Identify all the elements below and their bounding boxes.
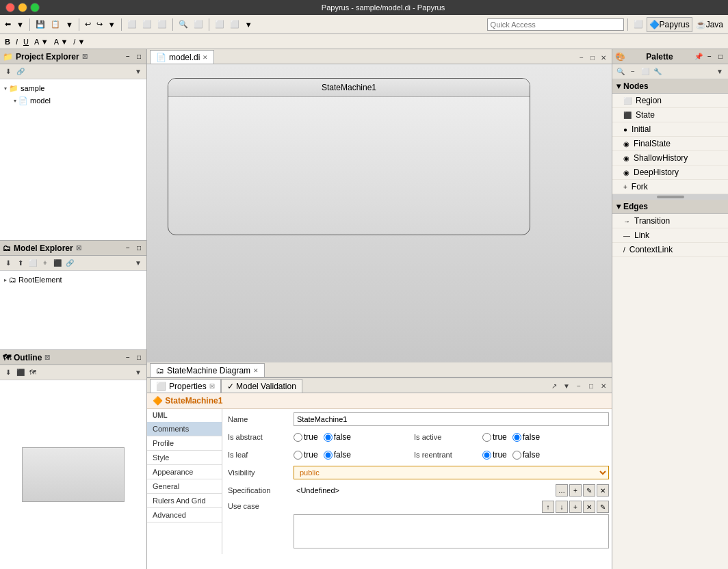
prop-sidebar-appearance[interactable]: Appearance: [147, 465, 222, 479]
palette-item-state[interactable]: ⬛ State: [612, 108, 728, 122]
usecase-btn1[interactable]: ↑: [542, 501, 554, 513]
spec-btn1[interactable]: …: [556, 484, 568, 497]
active-true-radio[interactable]: [482, 433, 491, 442]
leaf-false-radio[interactable]: [324, 451, 333, 460]
palette-minimize[interactable]: −: [705, 52, 714, 62]
quick-access-input[interactable]: [487, 18, 624, 31]
outline-maximize[interactable]: □: [134, 353, 144, 362]
palette-item-contextlink[interactable]: / ContextLink: [612, 243, 728, 257]
statemachine-diagram-tab[interactable]: 🗂 StateMachine Diagram ✕: [150, 363, 265, 377]
usecase-btn5[interactable]: ✎: [597, 501, 609, 513]
visibility-select[interactable]: public private protected package: [294, 466, 609, 479]
model-btn6[interactable]: 🔗: [64, 258, 75, 269]
tree-item-root[interactable]: ▸ 🗂 RootElement: [3, 274, 144, 286]
abstract-true-label[interactable]: true: [294, 432, 318, 442]
palette-item-initial[interactable]: ● Initial: [612, 122, 728, 137]
proj-collapse-btn[interactable]: ⬇: [3, 66, 14, 77]
toolbar-btn-8[interactable]: ⬜: [155, 17, 169, 32]
toolbar-btn-10[interactable]: ⬜: [192, 17, 205, 32]
spec-btn4[interactable]: ✕: [597, 484, 609, 497]
editor-close[interactable]: ✕: [598, 53, 609, 64]
java-tab[interactable]: ☕ Java: [694, 17, 725, 32]
spec-btn2[interactable]: +: [569, 484, 582, 497]
project-explorer-maximize[interactable]: □: [134, 52, 144, 62]
diagram-area[interactable]: StateMachine1: [147, 64, 612, 362]
outline-menu-btn[interactable]: ▼: [133, 367, 144, 378]
palette-edges-header[interactable]: ▾ Edges: [612, 200, 728, 214]
toolbar-btn-2[interactable]: ▼: [14, 17, 26, 32]
leaf-false-label[interactable]: false: [324, 450, 351, 460]
model-collapse-btn[interactable]: ⬇: [3, 258, 14, 269]
outline-minimize[interactable]: −: [123, 353, 133, 362]
statemachine-diagram-close[interactable]: ✕: [253, 367, 259, 374]
prop-close-btn[interactable]: ✕: [598, 380, 609, 391]
model-expand-btn[interactable]: ⬆: [15, 258, 26, 269]
prop-sidebar-advanced[interactable]: Advanced: [147, 508, 222, 522]
toolbar-btn-4[interactable]: ▼: [64, 17, 75, 32]
window-controls[interactable]: [5, 3, 40, 12]
palette-menu-btn[interactable]: ▼: [714, 66, 725, 77]
project-explorer-minimize[interactable]: −: [123, 52, 133, 62]
tree-item-sample[interactable]: ▾ 📁 sample: [3, 82, 144, 94]
toolbar-btn-9[interactable]: 🔍: [177, 17, 190, 32]
style-btn[interactable]: / ▼: [71, 34, 87, 49]
minimize-button[interactable]: [18, 3, 27, 12]
active-true-label[interactable]: true: [482, 432, 507, 442]
properties-tab[interactable]: ⬜ Properties ☒: [150, 379, 221, 393]
model-validation-tab[interactable]: ✓ Model Validation: [221, 379, 302, 393]
abstract-false-label[interactable]: false: [324, 432, 351, 442]
proj-menu-btn[interactable]: ▼: [133, 66, 144, 77]
model-di-tab-close[interactable]: ✕: [203, 54, 208, 61]
palette-pin-btn[interactable]: 📌: [694, 52, 703, 62]
palette-item-deephistory[interactable]: ◉ DeepHistory: [612, 166, 728, 180]
font-btn[interactable]: A ▼: [32, 34, 51, 49]
active-false-radio[interactable]: [512, 433, 521, 442]
bold-btn[interactable]: B: [3, 34, 12, 49]
usecase-btn2[interactable]: ↓: [556, 501, 568, 513]
palette-item-fork[interactable]: + Fork: [612, 180, 728, 194]
palette-item-link[interactable]: — Link: [612, 228, 728, 243]
palette-search-btn[interactable]: 🔍: [615, 66, 626, 77]
toolbar-btn-redo[interactable]: ↪: [94, 17, 105, 32]
leaf-true-label[interactable]: true: [294, 450, 318, 460]
toolbar-btn-undo[interactable]: ↩: [83, 17, 93, 32]
close-button[interactable]: [5, 3, 15, 12]
abstract-false-radio[interactable]: [324, 433, 333, 442]
perspective-btn[interactable]: ⬜: [632, 17, 645, 32]
palette-item-region[interactable]: ⬜ Region: [612, 94, 728, 108]
spec-btn3[interactable]: ✎: [583, 484, 595, 497]
toolbar-btn-1[interactable]: ⬅: [3, 17, 13, 32]
prop-sidebar-profile[interactable]: Profile: [147, 436, 222, 451]
model-di-tab[interactable]: 📄 model.di ✕: [150, 50, 214, 64]
papyrus-tab[interactable]: 🔷 Papyrus: [647, 17, 692, 32]
italic-btn[interactable]: I: [14, 34, 20, 49]
toolbar-btn-11[interactable]: ⬜: [213, 17, 226, 32]
abstract-true-radio[interactable]: [294, 433, 302, 442]
editor-maximize[interactable]: □: [587, 53, 598, 64]
palette-btn2[interactable]: −: [627, 66, 638, 77]
model-explorer-maximize[interactable]: □: [134, 243, 144, 253]
toolbar-btn-13[interactable]: ▼: [243, 17, 255, 32]
palette-item-finalstate[interactable]: ◉ FinalState: [612, 137, 728, 151]
palette-item-shallowhistory[interactable]: ◉ ShallowHistory: [612, 151, 728, 166]
toolbar-btn-6[interactable]: ⬜: [125, 17, 139, 32]
model-btn4[interactable]: +: [40, 258, 51, 269]
toolbar-btn-save[interactable]: 💾: [34, 17, 47, 32]
model-btn5[interactable]: ⬛: [52, 258, 63, 269]
palette-maximize[interactable]: □: [716, 52, 725, 62]
palette-nodes-header[interactable]: ▾ Nodes: [612, 79, 728, 94]
tree-item-model[interactable]: ▾ 📄 model: [3, 94, 144, 107]
usecase-textarea[interactable]: [294, 514, 609, 548]
underline-btn[interactable]: U: [21, 34, 31, 49]
palette-btn3[interactable]: ⬜: [640, 66, 651, 77]
prop-export-btn[interactable]: ↗: [549, 380, 560, 391]
reentrant-false-label[interactable]: false: [512, 450, 540, 460]
palette-item-transition[interactable]: → Transition: [612, 214, 728, 228]
reentrant-true-radio[interactable]: [482, 451, 491, 460]
outline-btn2[interactable]: ⬛: [15, 367, 26, 378]
maximize-button[interactable]: [30, 3, 40, 12]
state-machine-container[interactable]: StateMachine1: [168, 78, 530, 235]
model-btn3[interactable]: ⬜: [27, 258, 38, 269]
prop-sidebar-general[interactable]: General: [147, 479, 222, 494]
prop-sidebar-comments[interactable]: Comments: [147, 422, 222, 436]
